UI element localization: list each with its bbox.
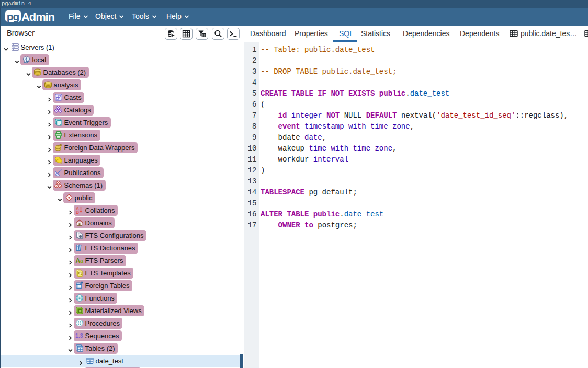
svg-text:a: a — [80, 258, 83, 264]
svg-text:1.3: 1.3 — [75, 332, 83, 339]
svg-text:B: B — [76, 210, 79, 214]
